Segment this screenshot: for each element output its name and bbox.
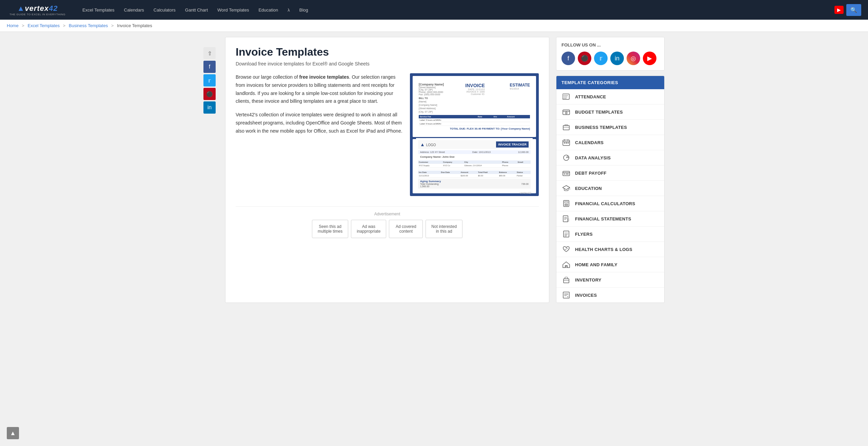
nav-education[interactable]: Education — [254, 5, 282, 15]
paragraph-2: Vertex42's collection of invoice templat… — [236, 111, 403, 135]
header: ▲vertex42 THE GUIDE TO EXCEL IN EVERYTHI… — [0, 0, 868, 20]
breadcrumb-sep-2: > — [63, 23, 66, 28]
breadcrumb-current: Invoice Templates — [117, 23, 152, 28]
cat-business-label: BUSINESS TEMPLATES — [575, 125, 627, 130]
svg-rect-17 — [564, 142, 565, 143]
svg-point-5 — [563, 97, 564, 97]
cat-business-templates[interactable]: BUSINESS TEMPLATES — [556, 120, 664, 135]
content-with-image: Browse our large collection of free invo… — [236, 73, 539, 196]
search-button[interactable]: 🔍 — [846, 4, 861, 16]
flyers-icon — [561, 230, 571, 238]
svg-rect-51 — [563, 292, 569, 298]
youtube-icon[interactable]: ▶ — [834, 6, 844, 14]
cat-inventory-label: INVENTORY — [575, 277, 601, 283]
svg-point-6 — [563, 98, 564, 99]
follow-title: FOLLOW US ON ... — [561, 42, 659, 47]
follow-instagram-icon[interactable]: ◎ — [627, 52, 640, 65]
follow-linkedin-icon[interactable]: in — [610, 52, 624, 65]
invoice-preview-1: [Company Name] [Street Address] [City, S… — [413, 76, 536, 137]
svg-marker-47 — [563, 262, 570, 268]
ad-section: Advertisement Seen this admultiple times… — [236, 206, 539, 238]
nav-calculators[interactable]: Calculators — [150, 5, 180, 15]
nav-blog[interactable]: Blog — [295, 5, 312, 15]
cat-flyers-label: FLYERS — [575, 232, 593, 237]
nav-lambda[interactable]: λ — [283, 5, 294, 15]
logo-text: ▲vertex42 — [17, 4, 58, 13]
ad-not-interested-button[interactable]: Not interestedin this ad — [426, 220, 462, 238]
follow-pinterest-icon[interactable]: ⚫ — [578, 52, 591, 65]
budget-icon — [561, 108, 571, 116]
cat-financial-calculators[interactable]: FINANCIAL CALCULATORS — [556, 196, 664, 211]
svg-rect-36 — [567, 205, 568, 206]
invoice-image-container: [Company Name] [Street Address] [City, S… — [410, 73, 539, 196]
cat-budget-templates[interactable]: BUDGET TEMPLATES — [556, 104, 664, 120]
home-family-icon — [561, 260, 571, 269]
nav-gantt-chart[interactable]: Gantt Chart — [181, 5, 212, 15]
ad-buttons: Seen this admultiple times Ad wasinappro… — [236, 220, 539, 238]
logo[interactable]: ▲vertex42 THE GUIDE TO EXCEL IN EVERYTHI… — [7, 3, 68, 17]
breadcrumb-sep-1: > — [22, 23, 24, 28]
social-icons-row: f ⚫ 𝕣 in ◎ ▶ — [561, 52, 659, 65]
page-title: Invoice Templates — [236, 46, 539, 58]
breadcrumb-excel-templates[interactable]: Excel Templates — [28, 23, 60, 28]
follow-youtube-icon[interactable]: ▶ — [643, 52, 656, 65]
pinterest-share-button[interactable]: ⚫ — [203, 88, 216, 100]
cat-invoices[interactable]: INVOICES — [556, 288, 664, 303]
breadcrumb: Home > Excel Templates > Business Templa… — [0, 20, 868, 32]
social-sidebar: ⇧ f 𝕣 ⚫ in — [203, 37, 218, 303]
categories-header: TEMPLATE CATEGORIES — [556, 76, 664, 89]
linkedin-share-button[interactable]: in — [203, 101, 216, 114]
ad-seen-multiple-button[interactable]: Seen this admultiple times — [312, 220, 348, 238]
main-content: Invoice Templates Download free invoice … — [225, 37, 549, 303]
svg-rect-34 — [565, 205, 566, 206]
cat-education-label: EDUCATION — [575, 186, 602, 191]
header-icons: ▶ 🔍 — [834, 4, 861, 16]
attendance-icon — [561, 93, 571, 101]
cat-attendance[interactable]: ATTENDANCE — [556, 89, 664, 104]
ad-covered-content-button[interactable]: Ad coveredcontent — [389, 220, 423, 238]
share-button[interactable]: ⇧ — [203, 47, 216, 59]
cat-flyers[interactable]: FLYERS — [556, 227, 664, 242]
twitter-share-button[interactable]: 𝕣 — [203, 74, 216, 86]
main-nav: Excel Templates Calendars Calculators Ga… — [78, 5, 834, 15]
svg-rect-11 — [563, 125, 569, 130]
cat-financial-statements-label: FINANCIAL STATEMENTS — [575, 216, 631, 221]
invoice-preview-2: ▲ LOGO INVOICE TRACKER Address: 123 XY S… — [413, 139, 536, 193]
svg-rect-32 — [566, 204, 567, 205]
cat-health-charts[interactable]: HEALTH CHARTS & LOGS — [556, 242, 664, 257]
breadcrumb-sep-3: > — [111, 23, 114, 28]
nav-word-templates[interactable]: Word Templates — [213, 5, 253, 15]
breadcrumb-home[interactable]: Home — [7, 23, 19, 28]
nav-calendars[interactable]: Calendars — [120, 5, 148, 15]
svg-rect-18 — [566, 142, 567, 143]
categories-box: TEMPLATE CATEGORIES ATTENDANCE BUDGET TE… — [556, 76, 665, 303]
cat-debt-payoff-label: DEBT PAYOFF — [575, 171, 607, 176]
page-subtitle: Download free invoice templates for Exce… — [236, 61, 539, 66]
ad-inappropriate-button[interactable]: Ad wasinappropriate — [351, 220, 386, 238]
svg-rect-31 — [565, 204, 566, 205]
breadcrumb-business-templates[interactable]: Business Templates — [69, 23, 108, 28]
cat-data-analysis[interactable]: DATA ANALYSIS — [556, 150, 664, 166]
nav-excel-templates[interactable]: Excel Templates — [78, 5, 118, 15]
cat-financial-calc-label: FINANCIAL CALCULATORS — [575, 201, 635, 206]
svg-point-4 — [563, 95, 564, 96]
cat-financial-statements[interactable]: FINANCIAL STATEMENTS — [556, 211, 664, 227]
cat-home-family[interactable]: HOME AND FAMILY — [556, 257, 664, 272]
cat-education[interactable]: EDUCATION — [556, 181, 664, 196]
svg-rect-49 — [564, 279, 569, 283]
cat-calendars[interactable]: CALENDARS — [556, 135, 664, 150]
facebook-share-button[interactable]: f — [203, 61, 216, 73]
svg-rect-0 — [563, 94, 569, 99]
follow-twitter-icon[interactable]: 𝕣 — [594, 52, 608, 65]
svg-rect-23 — [563, 171, 570, 176]
svg-rect-43 — [565, 232, 568, 233]
cat-invoices-label: INVOICES — [575, 293, 597, 298]
data-analysis-icon — [561, 154, 571, 162]
svg-rect-41 — [567, 218, 569, 221]
cat-inventory[interactable]: INVENTORY — [556, 272, 664, 288]
follow-facebook-icon[interactable]: f — [561, 52, 575, 65]
ad-label: Advertisement — [236, 212, 539, 216]
cat-data-analysis-label: DATA ANALYSIS — [575, 155, 611, 160]
cat-debt-payoff[interactable]: DEBT PAYOFF — [556, 166, 664, 181]
cat-calendars-label: CALENDARS — [575, 140, 604, 145]
